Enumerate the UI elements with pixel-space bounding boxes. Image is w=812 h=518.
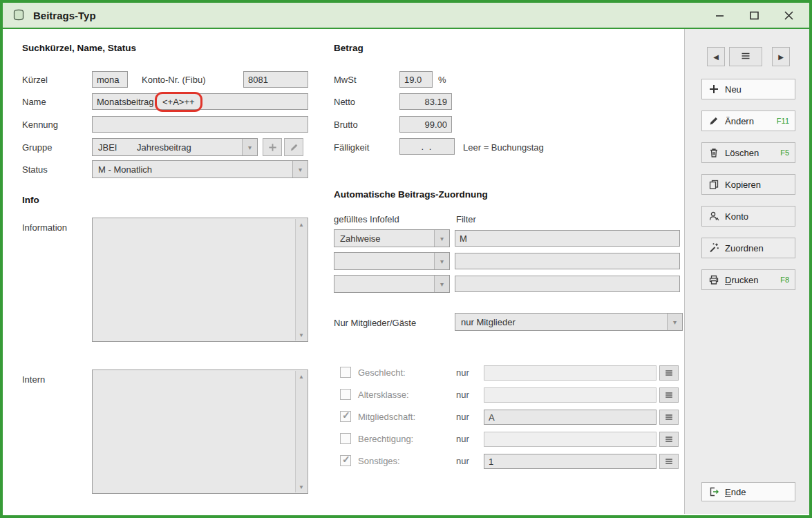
infofeld-value: Zahlweise — [334, 230, 434, 247]
scroll-up-icon[interactable]: ▲ — [296, 219, 307, 230]
faelligkeit-hint: Leer = Buchungstag — [463, 142, 544, 153]
chevron-down-icon[interactable]: ▾ — [242, 139, 257, 155]
user-icon — [708, 211, 719, 222]
sonstiges-checkbox[interactable] — [340, 455, 351, 466]
zuordnen-button[interactable]: Zuordnen — [701, 238, 795, 258]
next-record-button[interactable]: ▶ — [772, 47, 790, 66]
plus-icon — [708, 84, 719, 95]
annotation-red-highlight: <+A>++ — [155, 92, 202, 112]
information-textarea[interactable]: ▲ ▼ — [92, 218, 308, 342]
faelligkeit-input[interactable] — [399, 138, 455, 155]
record-list-button[interactable] — [729, 47, 762, 66]
previous-record-button[interactable]: ◀ — [707, 47, 725, 66]
konto-button[interactable]: Konto — [701, 206, 795, 227]
konto-nr-label: Konto-Nr. (Fibu) — [142, 75, 205, 85]
geschlecht-label: Geschlecht: — [358, 367, 406, 378]
mitgliedschaft-filter-input[interactable] — [484, 410, 657, 425]
gruppe-code: JBEI — [98, 142, 137, 153]
infofeld-select-3[interactable]: ▾ — [334, 275, 450, 293]
mwst-label: MwSt — [334, 75, 357, 85]
list-picker-icon[interactable] — [659, 432, 679, 447]
berechtigung-checkbox[interactable] — [340, 433, 351, 444]
chevron-down-icon[interactable]: ▾ — [292, 161, 308, 178]
loeschen-button[interactable]: Löschen F5 — [701, 142, 795, 163]
altersklasse-filter-input[interactable] — [484, 387, 657, 403]
mitglieder-gaeste-value: nur Mitglieder — [455, 314, 667, 330]
name-label: Name — [22, 97, 46, 107]
kuerzel-input[interactable] — [92, 71, 128, 88]
button-label: Drucken — [725, 275, 758, 285]
altersklasse-checkbox[interactable] — [340, 389, 351, 400]
mitgliedschaft-checkbox[interactable] — [340, 411, 351, 422]
right-arrow-icon: ▶ — [778, 53, 784, 61]
maximize-button[interactable] — [747, 8, 761, 22]
neu-button[interactable]: Neu — [701, 79, 795, 99]
gruppe-label: Gruppe — [22, 142, 52, 153]
brutto-input[interactable] — [399, 116, 452, 133]
infofeld-column-header: gefülltes Infofeld — [334, 214, 399, 224]
list-picker-icon[interactable] — [659, 387, 679, 403]
shortcut-label: F5 — [780, 148, 789, 157]
infofeld-select-1[interactable]: Zahlweise ▾ — [334, 229, 450, 247]
gruppe-text: Jahresbeitrag — [137, 142, 191, 153]
criteria-row-berechtigung: Berechtigung: nur — [3, 431, 684, 448]
scrollbar[interactable]: ▲ ▼ — [295, 219, 307, 340]
kennung-input[interactable] — [92, 116, 308, 133]
berechtigung-filter-input[interactable] — [484, 432, 657, 447]
altersklasse-label: Altersklasse: — [358, 390, 409, 400]
geschlecht-checkbox[interactable] — [340, 367, 351, 378]
nur-label: nur — [456, 412, 469, 422]
nur-label: nur — [456, 390, 469, 400]
filter-input-2[interactable] — [455, 253, 680, 269]
list-picker-icon[interactable] — [659, 454, 679, 469]
button-label: Kopieren — [725, 180, 761, 190]
filter-input-1[interactable] — [455, 230, 680, 247]
gruppe-add-button[interactable] — [263, 138, 282, 156]
minimize-button[interactable] — [712, 8, 726, 22]
list-picker-icon[interactable] — [659, 410, 679, 425]
status-label: Status — [22, 164, 48, 175]
gruppe-edit-button[interactable] — [284, 138, 303, 156]
status-select[interactable]: M - Monatlich ▾ — [92, 160, 308, 178]
mwst-input[interactable] — [399, 71, 433, 88]
scroll-down-icon[interactable]: ▼ — [296, 481, 307, 492]
chevron-down-icon[interactable]: ▾ — [434, 230, 449, 247]
close-button[interactable] — [782, 8, 795, 22]
infofeld-value — [334, 253, 434, 269]
section-info-header: Info — [22, 195, 39, 205]
chevron-down-icon[interactable]: ▾ — [667, 314, 682, 330]
wand-icon — [708, 242, 719, 254]
mitgliedschaft-label: Mitgliedschaft: — [358, 412, 415, 422]
nur-label: nur — [456, 367, 469, 378]
list-picker-icon[interactable] — [659, 365, 679, 381]
geschlecht-filter-input[interactable] — [484, 365, 657, 381]
exit-icon — [708, 486, 719, 498]
name-value-prefix: Monatsbeitrag — [97, 97, 156, 107]
pencil-icon — [708, 115, 719, 127]
action-sidebar: ◀ ▶ Neu Ändern F11 Löschen F5 Kopieren — [684, 29, 809, 514]
filter-input-3[interactable] — [455, 276, 680, 292]
konto-nr-input[interactable] — [243, 71, 308, 88]
mwst-percent-label: % — [438, 75, 446, 85]
nur-label: nur — [456, 434, 469, 444]
window-controls — [712, 8, 801, 22]
sonstiges-label: Sonstiges: — [358, 456, 400, 466]
sonstiges-filter-input[interactable] — [484, 454, 657, 469]
shortcut-label: F8 — [780, 276, 789, 284]
chevron-down-icon[interactable]: ▾ — [434, 253, 449, 269]
infofeld-select-2[interactable]: ▾ — [334, 252, 450, 270]
aendern-button[interactable]: Ändern F11 — [701, 111, 795, 131]
ende-button[interactable]: Ende — [701, 482, 795, 501]
netto-input[interactable] — [399, 93, 452, 110]
name-input[interactable]: Monatsbeitrag <+A>++ — [92, 93, 308, 110]
criteria-row-mitgliedschaft: Mitgliedschaft: nur — [3, 409, 684, 425]
gruppe-select[interactable]: JBEIJahresbeitrag ▾ — [92, 138, 258, 156]
scroll-down-icon[interactable]: ▼ — [296, 329, 307, 340]
criteria-row-sonstiges: Sonstiges: nur — [3, 453, 684, 470]
kopieren-button[interactable]: Kopieren — [701, 174, 795, 195]
button-label: Ändern — [725, 116, 754, 126]
drucken-button[interactable]: Drucken F8 — [701, 269, 795, 290]
mitglieder-gaeste-select[interactable]: nur Mitglieder ▾ — [455, 313, 683, 331]
chevron-down-icon[interactable]: ▾ — [434, 276, 449, 292]
berechtigung-label: Berechtigung: — [358, 434, 413, 444]
